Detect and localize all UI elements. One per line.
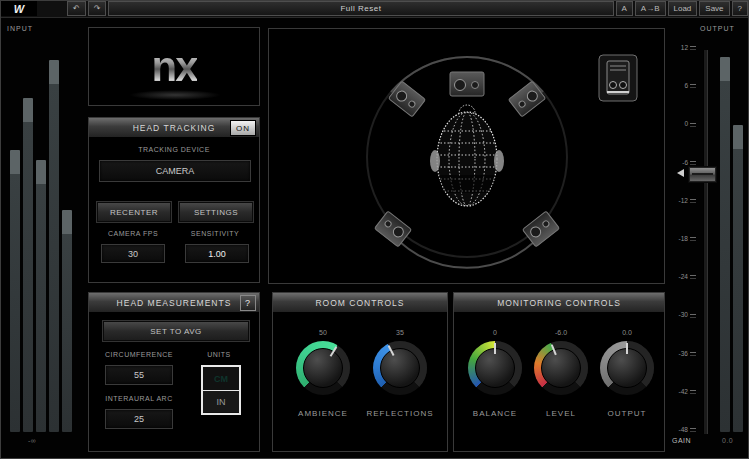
scale-tick: 6 [670, 82, 696, 90]
gain-label: GAIN [672, 437, 691, 444]
output-gain-fader-track[interactable] [703, 50, 708, 434]
help-button[interactable]: ? [732, 1, 748, 16]
balance-value: 0 [493, 329, 497, 339]
camera-fps-value[interactable]: 30 [101, 244, 165, 263]
units-label: UNITS [193, 351, 245, 358]
reflections-knob[interactable] [373, 341, 427, 395]
meter-bar [720, 57, 730, 432]
settings-button[interactable]: SETTINGS [179, 202, 253, 222]
preset-name-display[interactable]: Full Reset [108, 1, 613, 16]
gain-value: 0.0 [722, 437, 733, 444]
ambience-knob-unit: 50 AMBIENCE [294, 329, 352, 418]
ab-compare-button[interactable]: A [616, 1, 633, 16]
knob-pointer [551, 344, 557, 355]
room-controls-panel: ROOM CONTROLS 50 AMBIENCE 35 REFLECTIONS [272, 292, 448, 452]
level-knob[interactable] [534, 341, 588, 395]
head-tracking-panel: HEAD TRACKING ON TRACKING DEVICE CAMERA … [88, 117, 260, 283]
units-option-cm[interactable]: CM [203, 367, 239, 390]
units-toggle[interactable]: CM IN [201, 365, 241, 415]
input-meter-label: INPUT [7, 25, 33, 32]
toolbar-spacer [38, 0, 66, 17]
set-to-avg-button[interactable]: SET TO AVG [103, 321, 249, 341]
measurements-help-button[interactable]: ? [240, 295, 256, 311]
output-label: OUTPUT [608, 409, 647, 418]
units-option-in[interactable]: IN [203, 390, 239, 412]
save-menu-button[interactable]: Save [699, 1, 729, 16]
input-peak-readout: -∞ [28, 437, 36, 444]
scale-tick: -48 [670, 426, 696, 434]
front-left-speaker[interactable] [388, 81, 425, 117]
rear-right-speaker[interactable] [522, 211, 559, 247]
meter-bar [62, 210, 72, 432]
output-knob-unit: 0.0 OUTPUT [598, 329, 656, 418]
output-meters [720, 44, 744, 432]
interaural-arc-label: INTERAURAL ARC [91, 395, 187, 402]
circumference-value[interactable]: 55 [105, 365, 173, 385]
input-meters [8, 44, 76, 432]
nx-logo-panel: nx [88, 27, 260, 106]
sensitivity-label: SENSITIVITY [179, 230, 251, 237]
right-ear [494, 150, 504, 172]
center-speaker[interactable] [450, 72, 484, 96]
camera-fps-label: CAMERA FPS [97, 230, 169, 237]
nx-logo: nx [151, 46, 196, 88]
meter-bar [36, 160, 46, 432]
interaural-arc-value[interactable]: 25 [105, 409, 173, 429]
circumference-label: CIRCUMFERENCE [91, 351, 187, 358]
knob-pointer [388, 345, 395, 356]
front-right-speaker[interactable] [508, 81, 545, 117]
speaker-config-button[interactable] [599, 55, 637, 101]
reflections-label: REFLECTIONS [367, 409, 434, 418]
output-gain-scale: 1260-6-12-18-24-30-36-42-48 [670, 44, 696, 432]
room-visualization [269, 29, 664, 283]
plugin-window: W ↶ ↷ Full Reset A A→B Load Save ? INPUT… [0, 0, 749, 459]
meter-bar [23, 98, 33, 432]
head-tracking-title: HEAD TRACKING [133, 123, 216, 133]
knob-pointer [626, 343, 628, 354]
tracking-device-dropdown[interactable]: CAMERA [99, 160, 251, 182]
scale-tick: -30 [670, 311, 696, 319]
monitoring-controls-header: MONITORING CONTROLS [454, 293, 664, 313]
sensitivity-value[interactable]: 1.00 [185, 244, 249, 263]
monitoring-controls-panel: MONITORING CONTROLS 0 BALANCE -6.0 LEVEL… [453, 292, 665, 452]
load-menu-button[interactable]: Load [668, 1, 698, 16]
output-value: 0.0 [622, 329, 632, 339]
undo-button[interactable]: ↶ [67, 1, 86, 16]
waves-toolbar: W ↶ ↷ Full Reset A A→B Load Save ? [0, 0, 749, 18]
meter-bar [733, 125, 743, 432]
redo-button[interactable]: ↷ [88, 1, 107, 16]
ambience-knob[interactable] [296, 341, 350, 395]
output-meter-label: OUTPUT [700, 25, 735, 32]
fader-position-arrow-icon [677, 169, 684, 177]
balance-label: BALANCE [473, 409, 517, 418]
knob-pointer [330, 346, 338, 356]
room-controls-title: ROOM CONTROLS [315, 298, 404, 308]
head-measurements-title: HEAD MEASUREMENTS [117, 298, 232, 308]
head-tracking-on-toggle[interactable]: ON [230, 120, 256, 136]
recenter-button[interactable]: RECENTER [97, 202, 171, 222]
scale-tick: -18 [670, 235, 696, 243]
copy-a-to-b-button[interactable]: A→B [635, 1, 666, 16]
scale-tick: -42 [670, 388, 696, 396]
scale-tick: -12 [670, 197, 696, 205]
room-controls-header: ROOM CONTROLS [273, 293, 447, 313]
head-tracking-header: HEAD TRACKING ON [89, 118, 259, 138]
ambience-label: AMBIENCE [298, 409, 348, 418]
balance-knob[interactable] [468, 341, 522, 395]
left-ear [430, 150, 440, 172]
head-measurements-header: HEAD MEASUREMENTS ? [89, 293, 259, 313]
output-knob[interactable] [600, 341, 654, 395]
reflections-knob-unit: 35 REFLECTIONS [371, 329, 429, 418]
tracking-device-label: TRACKING DEVICE [89, 146, 259, 153]
level-knob-unit: -6.0 LEVEL [532, 329, 590, 418]
listener-head [430, 105, 504, 206]
waves-logo-menu-button[interactable]: W [1, 1, 37, 16]
rear-left-speaker[interactable] [374, 211, 411, 247]
meter-bar [10, 150, 20, 432]
balance-knob-unit: 0 BALANCE [466, 329, 524, 418]
output-gain-fader-handle[interactable] [688, 166, 717, 183]
head-measurements-panel: HEAD MEASUREMENTS ? SET TO AVG CIRCUMFER… [88, 292, 260, 452]
scale-tick: 12 [670, 44, 696, 52]
scale-tick: -24 [670, 273, 696, 281]
monitoring-controls-title: MONITORING CONTROLS [497, 298, 621, 308]
